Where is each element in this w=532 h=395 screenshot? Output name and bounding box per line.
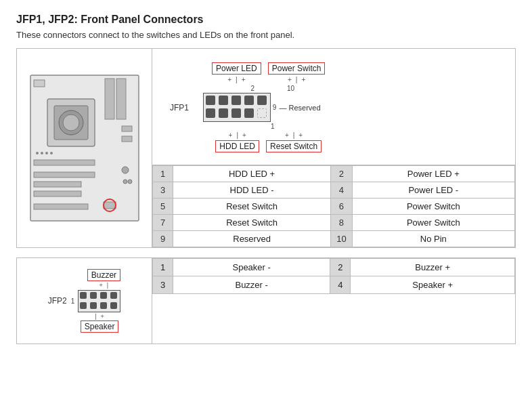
- signal-cell: Power LED +: [352, 166, 514, 182]
- power-switch-label: Power Switch: [268, 62, 326, 75]
- signal-cell: Buzzer -: [173, 276, 330, 294]
- jfp2-pin-grid: [78, 290, 120, 312]
- signal-cell: Speaker +: [351, 276, 515, 294]
- svg-rect-20: [104, 202, 116, 209]
- pin-4: [219, 96, 228, 105]
- svg-point-18: [45, 152, 48, 154]
- signal-cell: Reset Switch: [173, 199, 331, 215]
- signal-cell: No Pin: [352, 231, 514, 247]
- jfp1-label: JFP1: [170, 103, 189, 112]
- table-row: 3 HDD LED - 4 Power LED -: [153, 182, 515, 199]
- pin-8: [244, 96, 254, 105]
- pin-num-9: 9: [273, 104, 277, 111]
- jfp1-connector-diagram: JFP1 Power LED + | +: [152, 49, 515, 165]
- pin-num-cell: 6: [331, 199, 352, 215]
- board-diagram: ID: [17, 49, 152, 247]
- svg-point-24: [128, 180, 132, 184]
- pin-9-empty: [257, 108, 267, 118]
- svg-point-7: [63, 115, 79, 131]
- table-row: 9 Reserved 10 No Pin: [153, 231, 515, 247]
- pin-1: [206, 108, 215, 118]
- pin-num-cell: 10: [331, 231, 352, 247]
- jfp1-right: JFP1 Power LED + | +: [152, 49, 515, 247]
- svg-point-22: [122, 167, 129, 173]
- jfp2-label: JFP2: [48, 296, 67, 306]
- pin-num-10: 10: [287, 85, 294, 92]
- svg-point-19: [50, 152, 53, 154]
- svg-point-16: [36, 152, 39, 154]
- svg-rect-9: [34, 160, 95, 165]
- pin-num-cell: 3: [153, 276, 173, 294]
- pin-num-cell: 2: [331, 166, 352, 182]
- signal-cell: HDD LED -: [173, 182, 331, 199]
- motherboard-svg: ID: [27, 72, 142, 224]
- signal-cell: Buzzer +: [351, 259, 515, 276]
- pin-7: [244, 108, 254, 118]
- pin-num-cell: 1: [153, 259, 173, 276]
- power-led-label: Power LED: [212, 62, 261, 75]
- svg-point-17: [41, 152, 43, 154]
- jfp1-section: ID: [16, 48, 516, 248]
- jfp1-pin-grid: [203, 93, 271, 122]
- table-row: 1 Speaker - 2 Buzzer +: [153, 259, 515, 276]
- svg-rect-13: [122, 126, 132, 131]
- svg-rect-12: [34, 191, 81, 196]
- svg-rect-15: [34, 204, 88, 209]
- signal-cell: Power LED -: [352, 182, 514, 199]
- page-title: JFP1, JFP2: Front Panel Connectors: [16, 14, 516, 26]
- svg-rect-10: [34, 172, 95, 178]
- table-row: 1 HDD LED + 2 Power LED +: [153, 166, 515, 182]
- pin-num-cell: 1: [153, 166, 173, 182]
- svg-rect-11: [34, 182, 81, 187]
- svg-rect-14: [122, 136, 132, 142]
- pin-5: [231, 108, 241, 118]
- svg-rect-3: [116, 79, 126, 119]
- pin-num-cell: 4: [331, 182, 352, 199]
- svg-rect-2: [105, 79, 114, 119]
- jfp2-pin-cell: [110, 292, 117, 299]
- pin-6: [231, 96, 241, 105]
- signal-cell: HDD LED +: [173, 166, 331, 182]
- reset-switch-label: Reset Switch: [266, 140, 322, 152]
- pin-num-2: 2: [250, 85, 254, 92]
- jfp2-pin-cell: [90, 292, 97, 299]
- table-row: 7 Reset Switch 8 Power Switch: [153, 215, 515, 231]
- buzzer-label: Buzzer: [87, 269, 120, 281]
- hdd-led-label: HDD LED: [215, 140, 259, 152]
- table-row: 5 Reset Switch 6 Power Switch: [153, 199, 515, 215]
- signal-cell: Speaker -: [173, 259, 330, 276]
- jfp2-table: 1 Speaker - 2 Buzzer + 3 Buzzer - 4 Spea…: [152, 258, 515, 294]
- jfp2-table-area: 1 Speaker - 2 Buzzer + 3 Buzzer - 4 Spea…: [152, 258, 515, 344]
- pin-num-1: 1: [271, 123, 275, 130]
- pin-num-cell: 7: [153, 215, 173, 231]
- subtitle: These connectors connect to the switches…: [16, 30, 516, 40]
- signal-cell: Power Switch: [352, 199, 514, 215]
- reserved-label: — Reserved: [279, 104, 320, 112]
- jfp2-pin-cell: [100, 302, 107, 309]
- svg-point-23: [123, 180, 127, 184]
- pin-num-cell: 2: [330, 259, 351, 276]
- speaker-label: Speaker: [81, 320, 119, 333]
- svg-rect-8: [34, 80, 45, 87]
- signal-cell: Reserved: [173, 231, 331, 247]
- pin-num-cell: 5: [153, 199, 173, 215]
- pin-num-cell: 4: [330, 276, 351, 294]
- jfp2-pin-1: 1: [71, 297, 75, 305]
- pin-num-cell: 3: [153, 182, 173, 199]
- pin-10: [257, 96, 267, 105]
- jfp2-pin-cell: [110, 302, 117, 309]
- pin-2: [206, 96, 215, 105]
- pin-3: [219, 108, 228, 118]
- signal-cell: Reset Switch: [173, 215, 331, 231]
- jfp2-pin-cell: [100, 292, 107, 299]
- jfp2-diagram-area: JFP2 Buzzer + | 1: [17, 258, 152, 344]
- table-row: 3 Buzzer - 4 Speaker +: [153, 276, 515, 294]
- jfp2-pin-cell: [90, 302, 97, 309]
- jfp2-section: JFP2 Buzzer + | 1: [16, 257, 516, 344]
- jfp1-table: 1 HDD LED + 2 Power LED + 3 HDD LED - 4 …: [152, 165, 515, 247]
- pin-num-cell: 9: [153, 231, 173, 247]
- jfp2-pin-cell: [80, 302, 87, 309]
- pin-num-cell: 8: [331, 215, 352, 231]
- signal-cell: Power Switch: [352, 215, 514, 231]
- jfp2-pin-cell: [80, 292, 87, 299]
